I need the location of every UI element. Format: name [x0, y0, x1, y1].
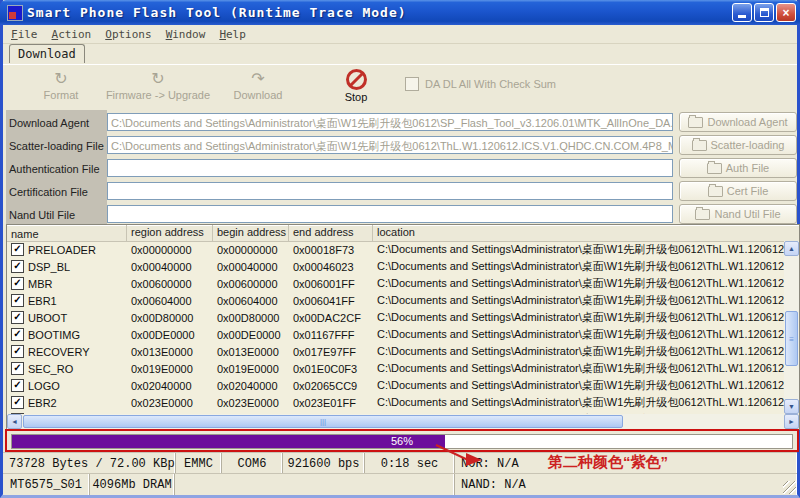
- scatter-browse-button[interactable]: Scatter-loading: [679, 135, 797, 155]
- partition-name: LOGO: [28, 380, 60, 392]
- menu-window[interactable]: Window: [166, 28, 206, 41]
- table-row[interactable]: ✓SEC_RO 0x019E0000 0x019E0000 0x01E0C0F3…: [7, 360, 784, 377]
- table-row[interactable]: ✓MBR 0x00600000 0x00600000 0x006001FF C:…: [7, 275, 784, 292]
- row-location: C:\Documents and Settings\Administrator\…: [373, 310, 784, 325]
- end-address: 0x00046023: [289, 261, 373, 273]
- scroll-down-icon: ▼: [788, 403, 795, 410]
- firmware-upgrade-icon: ↻: [98, 69, 218, 89]
- vertical-scroll-thumb[interactable]: ≡: [785, 311, 798, 366]
- horizontal-scrollbar[interactable]: ◄ |||: [7, 414, 784, 429]
- row-checkbox[interactable]: ✓: [11, 362, 24, 375]
- toolbar: ↻ Format ↻ Firmware -> Upgrade ↷ Downloa…: [3, 64, 797, 110]
- download-label: Download: [234, 89, 283, 101]
- da-dl-checkbox[interactable]: [405, 77, 419, 91]
- table-row[interactable]: ✓UBOOT 0x00D80000 0x00D80000 0x00DAC2CF …: [7, 309, 784, 326]
- cert-file-input[interactable]: [107, 182, 673, 200]
- row-checkbox[interactable]: ✓: [11, 243, 24, 256]
- scroll-right-icon: ►: [788, 418, 795, 425]
- row-checkbox[interactable]: ✓: [11, 277, 24, 290]
- table-row[interactable]: ✓EBR2 0x023E0000 0x023E0000 0x023E01FF C…: [7, 394, 784, 411]
- nand-util-file-label: Nand Util File: [9, 209, 105, 221]
- partition-name: EBR1: [28, 295, 57, 307]
- status-nand: NAND: N/A: [455, 474, 797, 495]
- format-icon: ↻: [21, 69, 101, 89]
- region-address: 0x019E0000: [127, 363, 213, 375]
- nand-util-browse-button[interactable]: Nand Util File: [679, 204, 797, 224]
- row-checkbox[interactable]: ✓: [11, 294, 24, 307]
- status-chip: MT6575_S01: [3, 474, 90, 495]
- status-bar-lower: MT6575_S01 4096Mb DRAM NAND: N/A: [3, 473, 797, 495]
- table-row[interactable]: ✓LOGO 0x02040000 0x02040000 0x02065CC9 C…: [7, 377, 784, 394]
- firmware-upgrade-label: Firmware -> Upgrade: [106, 89, 210, 101]
- download-agent-browse-button[interactable]: Download Agent: [679, 112, 797, 132]
- progress-bar: 56%: [11, 434, 793, 449]
- close-button[interactable]: ×: [776, 3, 796, 22]
- auth-button-label: Auth File: [726, 162, 769, 174]
- vertical-scrollbar[interactable]: ▲ ≡ ▼: [784, 241, 799, 414]
- end-address: 0x006041FF: [289, 295, 373, 307]
- scatter-file-label: Scatter-loading File: [9, 140, 105, 152]
- scroll-left-button[interactable]: ◄: [7, 414, 22, 429]
- auth-browse-button[interactable]: Auth File: [679, 158, 797, 178]
- maximize-icon: [760, 8, 769, 17]
- stop-button[interactable]: Stop: [326, 69, 386, 103]
- menu-file[interactable]: File: [11, 28, 38, 41]
- col-location[interactable]: location: [373, 225, 799, 241]
- row-checkbox[interactable]: ✓: [11, 345, 24, 358]
- region-address: 0x00600000: [127, 278, 213, 290]
- row-checkbox[interactable]: ✓: [11, 311, 24, 324]
- col-end-address[interactable]: end address: [289, 225, 373, 241]
- annotation-text: 第二种颜色“紫色”: [548, 453, 668, 472]
- cert-file-label: Certification File: [9, 186, 105, 198]
- scroll-right-button[interactable]: ►: [784, 414, 799, 429]
- download-agent-label: Download Agent: [9, 117, 105, 129]
- row-checkbox[interactable]: ✓: [11, 379, 24, 392]
- status-port: COM6: [222, 453, 283, 474]
- resize-grip[interactable]: [783, 481, 796, 494]
- col-name[interactable]: name: [7, 225, 127, 241]
- tab-download[interactable]: Download: [9, 44, 85, 63]
- table-row[interactable]: ✓RECOVERY 0x013E0000 0x013E0000 0x017E97…: [7, 343, 784, 360]
- progress-annotation-box: 56%: [5, 429, 799, 452]
- download-agent-input[interactable]: C:\Documents and Settings\Administrator\…: [107, 113, 673, 131]
- scroll-up-button[interactable]: ▲: [784, 241, 799, 256]
- col-region-address[interactable]: region address: [127, 225, 213, 241]
- status-bar-upper: 73728 Bytes / 72.00 KBps EMMC COM6 92160…: [3, 452, 797, 474]
- menu-help[interactable]: Help: [219, 28, 246, 41]
- cert-browse-button[interactable]: Cert File: [679, 181, 797, 201]
- begin-address: 0x023E0000: [213, 397, 289, 409]
- menu-action[interactable]: Action: [52, 28, 92, 41]
- scroll-down-button[interactable]: ▼: [784, 399, 799, 414]
- nand-util-file-input[interactable]: [107, 205, 673, 223]
- table-row[interactable]: ✓DSP_BL 0x00040000 0x00040000 0x00046023…: [7, 258, 784, 275]
- annotation-arrow: [428, 438, 558, 470]
- download-button[interactable]: ↷ Download: [213, 69, 303, 101]
- menu-options[interactable]: Options: [105, 28, 151, 41]
- row-location: C:\Documents and Settings\Administrator\…: [373, 293, 784, 308]
- table-row[interactable]: ✓PRELOADER 0x00000000 0x00000000 0x00018…: [7, 241, 784, 258]
- title-bar[interactable]: Smart Phone Flash Tool (Runtime Trace Mo…: [0, 0, 800, 25]
- col-begin-address[interactable]: begin address: [213, 225, 289, 241]
- stop-icon: [326, 69, 386, 91]
- begin-address: 0x00DE0000: [213, 329, 289, 341]
- horizontal-scroll-thumb[interactable]: |||: [23, 415, 623, 428]
- format-button[interactable]: ↻ Format: [21, 69, 101, 101]
- end-address: 0x00018F73: [289, 244, 373, 256]
- row-checkbox[interactable]: ✓: [11, 396, 24, 409]
- begin-address: 0x019E0000: [213, 363, 289, 375]
- row-location: C:\Documents and Settings\Administrator\…: [373, 378, 784, 393]
- table-row[interactable]: ✓BOOTIMG 0x00DE0000 0x00DE0000 0x01167FF…: [7, 326, 784, 343]
- firmware-upgrade-button[interactable]: ↻ Firmware -> Upgrade: [98, 69, 218, 101]
- minimize-button[interactable]: [732, 3, 752, 22]
- scatter-file-input[interactable]: C:\Documents and Settings\Administrator\…: [107, 136, 673, 154]
- da-dl-checksum-option[interactable]: DA DL All With Check Sum: [405, 77, 556, 91]
- region-address: 0x00000000: [127, 244, 213, 256]
- auth-file-input[interactable]: [107, 159, 673, 177]
- begin-address: 0x00000000: [213, 244, 289, 256]
- row-checkbox[interactable]: ✓: [11, 260, 24, 273]
- region-address: 0x02040000: [127, 380, 213, 392]
- app-window: Smart Phone Flash Tool (Runtime Trace Mo…: [0, 0, 800, 498]
- row-checkbox[interactable]: ✓: [11, 328, 24, 341]
- table-row[interactable]: ✓EBR1 0x00604000 0x00604000 0x006041FF C…: [7, 292, 784, 309]
- maximize-button[interactable]: [754, 3, 774, 22]
